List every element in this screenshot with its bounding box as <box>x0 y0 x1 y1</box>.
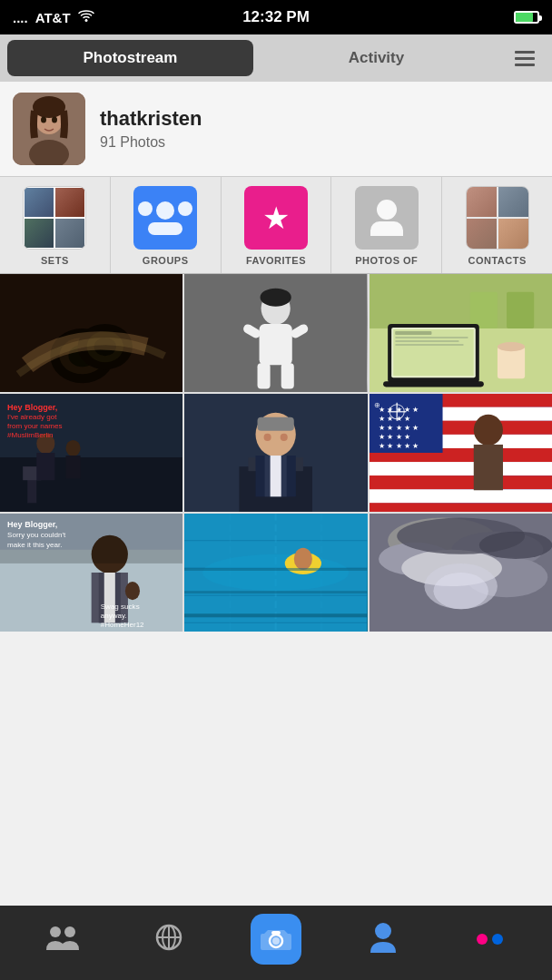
groups-label: GROUPS <box>143 255 189 266</box>
category-groups[interactable]: GROUPS <box>111 177 222 273</box>
svg-point-59 <box>281 434 288 441</box>
photo-item[interactable] <box>184 394 367 512</box>
svg-rect-44 <box>65 456 80 478</box>
svg-point-0 <box>84 19 87 22</box>
groups-icon <box>133 186 197 250</box>
photo-grid-container: Hey Blogger, I've already got from your … <box>0 274 552 906</box>
svg-rect-42 <box>36 453 54 480</box>
svg-point-117 <box>478 532 552 559</box>
nav-globe[interactable] <box>116 923 223 956</box>
contacts-label: CONTACTS <box>468 255 526 266</box>
svg-rect-109 <box>184 568 367 571</box>
profile-section: thatkristen 91 Photos <box>0 82 552 177</box>
profile-username: thatkristen <box>100 107 539 131</box>
svg-text:Hey Blogger,: Hey Blogger, <box>7 520 57 529</box>
svg-rect-67 <box>370 475 552 489</box>
svg-point-43 <box>65 440 80 456</box>
photo-item[interactable]: Hey Blogger, I've already got from your … <box>0 394 182 512</box>
tab-activity[interactable]: Activity <box>253 40 499 76</box>
svg-text:★ ★ ★ ★ ★: ★ ★ ★ ★ ★ <box>379 424 419 432</box>
nav-profile[interactable] <box>330 922 437 956</box>
svg-point-106 <box>294 548 312 570</box>
svg-text:★ ★ ★ ★ ★: ★ ★ ★ ★ ★ <box>379 442 419 450</box>
photo-item[interactable] <box>370 274 552 392</box>
svg-rect-57 <box>258 417 294 431</box>
profile-photo-count: 91 Photos <box>100 134 539 151</box>
photo-grid: Hey Blogger, I've already got from your … <box>0 274 552 632</box>
svg-rect-18 <box>258 363 271 388</box>
status-bar: .... AT&T 12:32 PM <box>0 0 552 34</box>
tab-photostream[interactable]: Photostream <box>7 40 253 76</box>
svg-point-120 <box>50 926 61 937</box>
contacts-icon <box>466 186 529 250</box>
category-sets[interactable]: SETS <box>0 177 111 273</box>
svg-point-129 <box>375 923 391 939</box>
photo-item[interactable] <box>0 274 182 392</box>
battery-icon <box>514 11 539 24</box>
svg-text:anyway.: anyway. <box>101 612 127 620</box>
carrier-label: AT&T <box>35 10 71 25</box>
nav-people[interactable] <box>9 925 116 954</box>
avatar <box>13 93 85 165</box>
svg-point-121 <box>64 926 75 937</box>
flickr-dots-icon <box>477 934 503 945</box>
svg-rect-69 <box>370 503 552 512</box>
svg-text:make it this year.: make it this year. <box>7 541 62 549</box>
list-line <box>515 51 535 54</box>
svg-point-104 <box>202 554 349 591</box>
svg-point-119 <box>433 573 488 609</box>
profile-icon <box>370 922 396 956</box>
svg-rect-66 <box>370 462 552 475</box>
svg-rect-17 <box>260 324 292 365</box>
status-left: .... AT&T <box>13 10 94 25</box>
photo-item[interactable]: ★ ★ ★ ★ ★ ★ ★ ★ ★ ★ ★ ★ ★ ★ ★ ★ ★ ★ ★ ★ … <box>370 394 552 512</box>
status-time: 12:32 PM <box>242 8 310 26</box>
people-icon <box>46 925 79 954</box>
photosof-icon <box>355 186 419 250</box>
nav-flickr-dots[interactable] <box>436 934 543 945</box>
svg-point-22 <box>261 289 291 307</box>
photosof-label: PHOTOS OF <box>355 255 418 266</box>
svg-text:from your names: from your names <box>7 422 62 430</box>
main-content: thatkristen 91 Photos SETS <box>0 82 552 906</box>
category-photosof[interactable]: PHOTOS OF <box>331 177 442 273</box>
photo-item[interactable] <box>184 514 367 632</box>
star-icon: ★ <box>262 200 290 236</box>
wifi-icon <box>78 10 94 25</box>
svg-point-88 <box>125 582 140 600</box>
svg-rect-33 <box>395 344 463 346</box>
photo-item[interactable] <box>184 274 367 392</box>
bottom-nav-bar <box>0 906 552 980</box>
avatar-image <box>13 93 85 165</box>
battery-fill <box>516 13 533 22</box>
nav-camera[interactable] <box>222 914 330 965</box>
svg-rect-26 <box>507 292 534 328</box>
category-contacts[interactable]: CONTACTS <box>442 177 552 273</box>
svg-rect-35 <box>498 347 525 378</box>
svg-rect-108 <box>184 591 367 593</box>
svg-rect-56 <box>271 456 281 496</box>
list-line <box>515 57 535 60</box>
favorites-icon: ★ <box>244 186 308 250</box>
svg-rect-25 <box>469 292 497 328</box>
photo-item[interactable]: Hey Blogger, Sorry you couldn't make it … <box>0 514 182 632</box>
svg-text:I've already got: I've already got <box>7 413 57 421</box>
status-right <box>514 11 539 24</box>
svg-rect-32 <box>395 340 458 342</box>
svg-point-76 <box>473 415 502 446</box>
svg-point-127 <box>272 937 280 945</box>
list-view-button[interactable] <box>505 40 545 76</box>
camera-icon <box>251 914 301 965</box>
svg-point-5 <box>41 117 46 123</box>
svg-text:Swag sucks: Swag sucks <box>101 603 140 611</box>
svg-point-58 <box>264 434 271 441</box>
svg-rect-77 <box>473 445 502 490</box>
category-favorites[interactable]: ★ FAVORITES <box>222 177 332 273</box>
signal-dots: .... <box>13 10 28 25</box>
sets-icon <box>23 186 86 250</box>
favorites-label: FAVORITES <box>246 255 306 266</box>
svg-rect-107 <box>184 613 367 617</box>
photo-item[interactable] <box>370 514 552 632</box>
sets-grid <box>24 187 85 249</box>
svg-text:Sorry you couldn't: Sorry you couldn't <box>7 531 66 539</box>
